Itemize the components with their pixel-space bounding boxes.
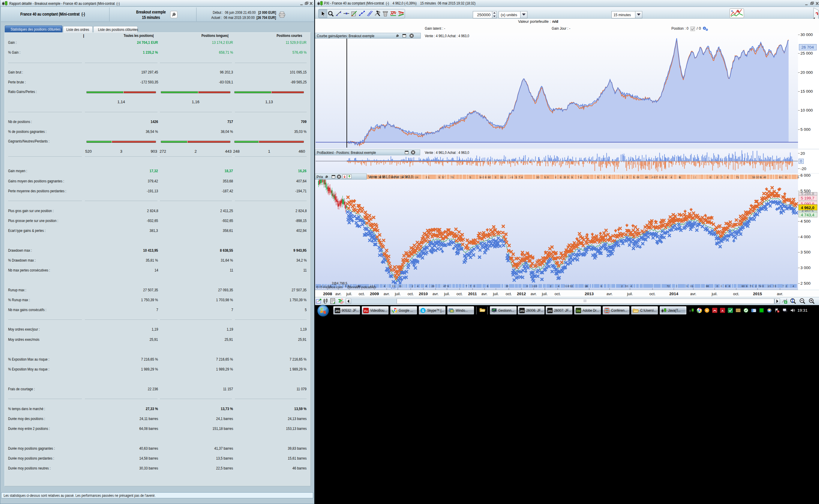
svg-text:6: 6 — [608, 175, 610, 179]
svg-text:9: 9 — [438, 175, 440, 179]
svg-text:juil.: juil. — [444, 292, 450, 296]
svg-text:12: 12 — [532, 285, 535, 288]
svg-text:1: 1 — [679, 175, 680, 179]
svg-text:8: 8 — [729, 285, 730, 288]
svg-text:4: 4 — [580, 175, 581, 179]
svg-text:3 500: 3 500 — [800, 250, 811, 254]
svg-text:4: 4 — [558, 285, 559, 288]
svg-text:78: 78 — [750, 285, 753, 288]
svg-text:avr.: avr. — [607, 292, 613, 296]
svg-text:29: 29 — [431, 285, 434, 288]
svg-text:0: 0 — [800, 159, 802, 163]
svg-text:47: 47 — [443, 285, 446, 288]
svg-text:32: 32 — [500, 175, 503, 179]
svg-text:88: 88 — [706, 285, 709, 288]
svg-text:73: 73 — [773, 285, 776, 288]
svg-text:1: 1 — [692, 285, 693, 288]
svg-text:15 000: 15 000 — [800, 89, 813, 94]
svg-text:juil.: juil. — [346, 292, 352, 296]
svg-text:avr.: avr. — [433, 292, 439, 296]
svg-text:9: 9 — [746, 285, 747, 288]
svg-text:1: 1 — [587, 175, 589, 179]
svg-text:4: 4 — [384, 285, 385, 288]
svg-text:Prix: Prix — [317, 175, 323, 179]
svg-text:2: 2 — [785, 285, 787, 288]
svg-text:9: 9 — [571, 175, 573, 179]
svg-text:0: 0 — [547, 175, 548, 179]
svg-text:avr.: avr. — [335, 292, 342, 296]
svg-text:0: 0 — [345, 285, 347, 288]
svg-text:6: 6 — [659, 175, 661, 179]
svg-text:JFD: JFD — [335, 310, 340, 312]
svg-text:0: 0 — [709, 175, 711, 179]
svg-text:30 000: 30 000 — [800, 32, 813, 37]
svg-text:3: 3 — [603, 175, 605, 179]
svg-text:3 000: 3 000 — [800, 265, 811, 270]
svg-text:8: 8 — [665, 175, 667, 179]
svg-text:6: 6 — [560, 175, 561, 179]
svg-text:7: 7 — [518, 175, 520, 179]
svg-text:33: 33 — [536, 175, 539, 179]
svg-text:6 000: 6 000 — [800, 173, 811, 178]
svg-text:15 minutes: 15 minutes — [613, 13, 631, 17]
svg-text:4: 4 — [425, 285, 427, 288]
svg-text:3: 3 — [756, 175, 757, 179]
svg-text:2: 2 — [621, 285, 623, 288]
svg-text:/ 0: / 0 — [697, 26, 701, 31]
svg-text:JFD: JFD — [547, 310, 552, 312]
svg-text:JFD: JFD — [520, 310, 524, 312]
svg-text:(x) unités: (x) unités — [501, 13, 517, 17]
svg-text:6: 6 — [601, 285, 602, 288]
svg-text:5: 5 — [633, 175, 635, 179]
svg-text:oct.: oct. — [457, 292, 463, 296]
svg-text:oct.: oct. — [359, 292, 365, 296]
svg-text:2009: 2009 — [370, 292, 379, 296]
svg-text:2: 2 — [622, 175, 623, 179]
svg-text:2015: 2015 — [753, 292, 762, 296]
svg-text:59: 59 — [752, 175, 756, 179]
svg-text:oct.: oct. — [555, 292, 561, 296]
svg-text:avr.: avr. — [777, 292, 783, 296]
svg-text:24: 24 — [415, 175, 419, 179]
svg-text:0: 0 — [490, 175, 491, 179]
svg-text:2: 2 — [412, 285, 413, 288]
svg-text:3: 3 — [495, 175, 496, 179]
svg-text:Fz: Fz — [364, 309, 368, 313]
svg-text:juil.: juil. — [541, 292, 548, 296]
svg-text:oct.: oct. — [506, 292, 512, 296]
svg-text:9: 9 — [447, 285, 449, 288]
svg-text:5: 5 — [469, 175, 471, 179]
svg-text:6: 6 — [727, 175, 728, 179]
svg-text:250000: 250000 — [477, 13, 491, 17]
svg-text:juil.: juil. — [395, 292, 401, 296]
svg-text:3: 3 — [785, 175, 786, 179]
svg-text:26 704: 26 704 — [801, 45, 814, 49]
svg-text:4 000: 4 000 — [800, 235, 811, 239]
svg-text:3: 3 — [567, 175, 569, 179]
svg-text:n/d: n/d — [552, 19, 558, 24]
svg-text:Vente : 4 961,0 Achat : 4 963,: Vente : 4 961,0 Achat : 4 963,0 — [368, 175, 413, 179]
svg-text:1: 1 — [428, 175, 429, 179]
svg-text:7: 7 — [656, 175, 658, 179]
svg-text:2011: 2011 — [468, 292, 477, 296]
svg-text:2: 2 — [755, 285, 757, 288]
svg-text:0: 0 — [762, 285, 764, 288]
svg-text:10 000: 10 000 — [800, 108, 813, 113]
svg-text:1: 1 — [586, 285, 587, 288]
svg-text:8: 8 — [485, 175, 486, 179]
svg-text:-20: -20 — [800, 167, 806, 171]
svg-text:6: 6 — [487, 285, 488, 288]
svg-text:48: 48 — [763, 175, 767, 179]
svg-text:2008: 2008 — [323, 292, 332, 296]
svg-text:2010: 2010 — [419, 292, 428, 296]
svg-text:Dw: Dw — [576, 309, 581, 312]
svg-text:ProBacktest - Positions: Break: ProBacktest - Positions: Breakout exempl… — [317, 150, 376, 155]
svg-text:4: 4 — [417, 285, 419, 288]
svg-text:6: 6 — [797, 175, 799, 179]
svg-text:juil.: juil. — [711, 292, 718, 296]
svg-text:avr.: avr. — [481, 292, 488, 296]
svg-text:avr.: avr. — [531, 292, 537, 296]
svg-text:0: 0 — [535, 285, 537, 288]
svg-text:avr.: avr. — [690, 292, 697, 296]
svg-text:35: 35 — [505, 285, 509, 288]
